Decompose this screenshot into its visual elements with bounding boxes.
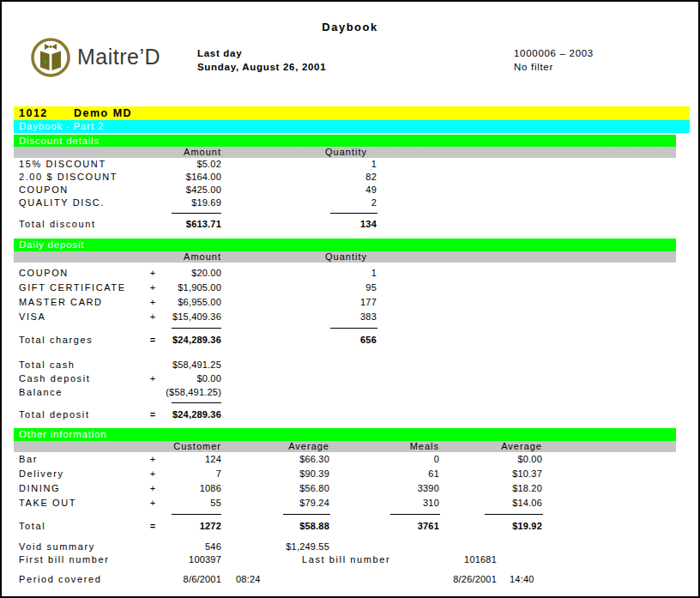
- period-start-time: 08:24: [236, 573, 261, 586]
- period-start-date: 8/6/2001: [136, 573, 221, 586]
- total-row: Total discount $613.71 134: [14, 218, 676, 231]
- average-cell: $56.80: [244, 481, 329, 496]
- total-label: Total charges: [19, 333, 93, 347]
- discount-section: Discount details Amount Quantity 15% DIS…: [14, 135, 676, 231]
- amount-cell: $425.00: [136, 184, 221, 196]
- maitred-logo-icon: [29, 36, 72, 79]
- discount-column-headers: Amount Quantity: [14, 147, 676, 158]
- row-label: DINING: [19, 481, 60, 496]
- amount-cell: $164.00: [136, 171, 221, 184]
- last-bill-number: 101681: [411, 553, 497, 566]
- customer-cell: 1086: [136, 481, 221, 496]
- average-cell: $0.00: [456, 452, 542, 467]
- total-amount: $24,289.36: [136, 333, 221, 347]
- total-label: Total deposit: [19, 408, 90, 422]
- total-row: Total = 1272 $58.88 3761 $19.92: [14, 519, 676, 534]
- average-cell: $66.30: [244, 452, 329, 467]
- amount-cell: $19.69: [136, 196, 221, 209]
- average-cell: $79.24: [244, 496, 329, 510]
- quantity-cell: 177: [291, 295, 377, 310]
- amount-cell: $58,491.25: [136, 358, 221, 371]
- last-bill-label: Last bill number: [302, 553, 390, 566]
- footer-summary: Void summary 546 $1,249.55 First bill nu…: [14, 541, 676, 586]
- meals-cell: 3390: [353, 481, 439, 496]
- report-period-block: Last day Sunday, August 26, 2001: [197, 46, 326, 74]
- table-row: MASTER CARD + $6,955.00 177: [14, 295, 676, 310]
- row-label: GIFT CERTIFICATE: [19, 281, 126, 295]
- customer-rule: [172, 514, 221, 515]
- table-row: QUALITY DISC. $19.69 2: [14, 196, 676, 209]
- table-row: Balance ($58,491.25): [14, 385, 676, 399]
- void-summary-label: Void summary: [19, 541, 95, 553]
- average-header: Average: [456, 441, 542, 452]
- total-rule: [14, 399, 676, 408]
- row-label: Bar: [19, 452, 38, 467]
- table-row: Total cash $58,491.25: [14, 358, 676, 371]
- amount-cell: $20.00: [136, 266, 221, 281]
- amount-header: Amount: [136, 147, 221, 158]
- row-label: 2.00 $ DISCOUNT: [19, 171, 118, 184]
- store-id: 1012: [19, 106, 48, 120]
- customer-cell: 7: [136, 467, 221, 481]
- total-average: $58.88: [244, 519, 329, 534]
- bill-numbers-row: First bill number 100397 Last bill numbe…: [14, 553, 676, 566]
- customer-cell: 124: [136, 452, 221, 467]
- row-label: COUPON: [19, 266, 69, 281]
- period-covered-label: Period covered: [19, 573, 101, 586]
- report-meta-block: 1000006 – 2003 No filter: [514, 46, 594, 74]
- void-amount: $1,249.55: [244, 541, 329, 553]
- void-count: 546: [136, 541, 221, 553]
- average-cell: $90.39: [244, 467, 329, 481]
- quantity-rule: [330, 213, 377, 214]
- row-label: Cash deposit: [19, 371, 90, 385]
- first-bill-label: First bill number: [19, 553, 109, 566]
- period-end-time: 14:40: [510, 573, 534, 586]
- quantity-rule: [330, 328, 377, 329]
- total-customer: 1272: [136, 519, 221, 534]
- period-date: Sunday, August 26, 2001: [197, 60, 326, 74]
- average-rule: [283, 514, 330, 515]
- table-row: Cash deposit + $0.00: [14, 371, 676, 385]
- total-average: $19.92: [456, 519, 542, 534]
- amount-cell: $15,409.36: [136, 310, 221, 324]
- row-label: COUPON: [19, 184, 69, 196]
- total-amount: $24,289.36: [136, 408, 221, 422]
- total-meals: 3761: [353, 519, 439, 534]
- amount-rule: [172, 213, 221, 214]
- average-header: Average: [244, 441, 329, 452]
- filter-status: No filter: [514, 60, 594, 74]
- row-label: QUALITY DISC.: [19, 196, 105, 209]
- amount-cell: $0.00: [136, 371, 221, 385]
- quantity-cell: 1: [291, 158, 377, 171]
- period-label: Last day: [197, 46, 326, 60]
- total-quantity: 134: [291, 218, 377, 231]
- table-row: VISA + $15,409.36 383: [14, 310, 676, 324]
- quantity-cell: 95: [291, 281, 377, 295]
- report-code: 1000006 – 2003: [514, 46, 594, 60]
- table-row: COUPON $425.00 49: [14, 184, 676, 196]
- row-label: 15% DISCOUNT: [19, 158, 106, 171]
- report-page: Daybook Maitre’D Last day Sunday, August…: [0, 0, 700, 598]
- total-rule: [14, 209, 676, 218]
- other-info-section-header: Other information: [14, 428, 676, 441]
- meals-cell: 0: [353, 452, 439, 467]
- quantity-cell: 383: [291, 310, 377, 324]
- other-info-section: Other information Customer Average Meals…: [14, 428, 676, 534]
- quantity-header: Quantity: [281, 147, 367, 158]
- meals-cell: 61: [353, 467, 439, 481]
- total-label: Total: [19, 519, 45, 534]
- meals-rule: [390, 514, 440, 515]
- first-bill-number: 100397: [136, 553, 221, 566]
- table-row: DINING + 1086 $56.80 3390 $18.20: [14, 481, 676, 496]
- average-cell: $10.37: [456, 467, 542, 481]
- table-row: COUPON + $20.00 1: [14, 266, 676, 281]
- brand-name: Maitre’D: [77, 45, 160, 69]
- customer-header: Customer: [136, 441, 221, 452]
- row-label: TAKE OUT: [19, 496, 76, 510]
- amount-cell: $6,955.00: [136, 295, 221, 310]
- average-cell: $18.20: [456, 481, 542, 496]
- quantity-cell: 1: [291, 266, 377, 281]
- total-rule: [14, 510, 676, 519]
- amount-cell: $1,905.00: [136, 281, 221, 295]
- average-cell: $14.06: [456, 496, 542, 510]
